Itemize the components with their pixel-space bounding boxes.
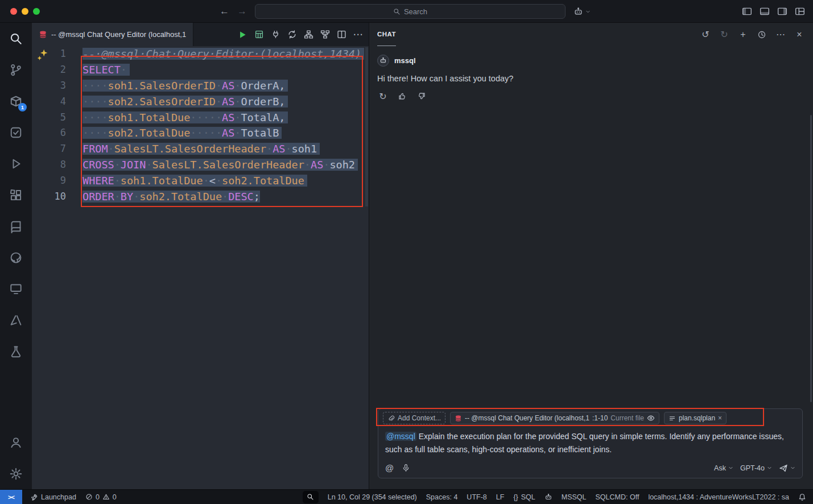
run-debug-icon[interactable] xyxy=(0,148,32,179)
code-line[interactable]: --·@mssql·Chat·Query·Editor·(localhost,1… xyxy=(82,46,369,62)
chat-input-text[interactable]: @mssql Explain the execution plan for th… xyxy=(378,427,802,456)
redo-chat-icon[interactable]: ↻ xyxy=(719,29,730,40)
cursor-position-item[interactable]: Ln 10, Col 29 (354 selected) xyxy=(328,493,417,501)
settings-gear-icon[interactable] xyxy=(0,458,32,489)
model-picker[interactable]: GPT-4o xyxy=(740,464,772,472)
mssql-database-icon xyxy=(39,30,47,39)
remote-explorer-icon[interactable] xyxy=(0,273,32,304)
launchpad-item[interactable]: Launchpad xyxy=(30,493,76,501)
connection-status-item[interactable]: localhost,1434 : AdventureWorksLT2022 : … xyxy=(648,493,789,501)
code-editor[interactable]: 12345678910 --·@mssql·Chat·Query·Editor·… xyxy=(32,46,369,489)
docs-book-icon[interactable] xyxy=(0,210,32,242)
notifications-bell-icon[interactable] xyxy=(798,493,806,501)
extensions-icon[interactable] xyxy=(0,179,32,210)
chat-input-box[interactable]: Add Context... -- @mssql Chat Query Edit… xyxy=(378,408,803,478)
line-number[interactable]: 2 xyxy=(32,62,66,78)
remote-indicator[interactable]: >< xyxy=(0,490,22,504)
thumbs-up-icon[interactable] xyxy=(397,90,408,102)
github-icon[interactable] xyxy=(0,242,32,273)
estimated-plan-button[interactable] xyxy=(319,28,331,41)
minimize-window-button[interactable] xyxy=(22,8,28,15)
line-number[interactable]: 4 xyxy=(32,94,66,110)
code-line[interactable]: ····soh2.TotalDue·····AS·TotalB xyxy=(82,125,369,141)
problems-item[interactable]: 0 0 xyxy=(85,493,117,501)
query-plan-button[interactable] xyxy=(302,28,315,41)
chat-history-icon[interactable] xyxy=(756,29,767,40)
line-number[interactable]: 1 xyxy=(32,46,66,62)
split-editor-button[interactable] xyxy=(335,28,348,41)
tasks-check-icon[interactable] xyxy=(0,117,32,148)
line-number[interactable]: 8 xyxy=(32,157,66,173)
message-text: Hi there! How can I assist you today? xyxy=(377,74,804,83)
code-line[interactable]: FROM·SalesLT.SalesOrderHeader·AS·soh1 xyxy=(82,141,369,157)
undo-chat-icon[interactable]: ↺ xyxy=(700,29,711,40)
search-view-icon[interactable] xyxy=(0,23,32,54)
regenerate-icon[interactable]: ↻ xyxy=(377,90,389,102)
mic-icon[interactable] xyxy=(402,464,410,472)
code-line[interactable]: CROSS·JOIN·SalesLT.SalesOrderHeader·AS·s… xyxy=(82,157,369,173)
sqlcmd-status-item[interactable]: SQLCMD: Off xyxy=(596,493,639,501)
code-line[interactable]: ····soh1.TotalDue·····AS·TotalA, xyxy=(82,110,369,126)
open-results-grid-button[interactable] xyxy=(253,28,265,41)
window-controls xyxy=(10,8,40,15)
close-window-button[interactable] xyxy=(10,8,17,15)
context-attachments: Add Context... -- @mssql Chat Query Edit… xyxy=(378,409,802,427)
indentation-item[interactable]: Spaces: 4 xyxy=(426,493,458,501)
line-number[interactable]: 5 xyxy=(32,110,66,126)
mssql-mention[interactable]: @mssql xyxy=(385,432,416,441)
editor-tab[interactable]: -- @mssql Chat Query Editor (localhost,1 xyxy=(32,23,193,46)
encoding-item[interactable]: UTF-8 xyxy=(467,493,486,501)
more-actions-icon[interactable]: ⋯ xyxy=(352,28,364,41)
title-bar: ← → Search xyxy=(0,0,813,23)
account-icon[interactable] xyxy=(0,427,32,458)
chat-scrollbar[interactable] xyxy=(810,115,812,402)
run-query-button[interactable] xyxy=(236,28,249,41)
close-chat-icon[interactable]: × xyxy=(794,29,805,40)
customize-layout-icon[interactable] xyxy=(795,6,805,16)
current-file-chip[interactable]: -- @mssql Chat Query Editor (localhost,1… xyxy=(450,412,659,424)
eol-item[interactable]: LF xyxy=(496,493,505,501)
plan-file-chip[interactable]: plan.sqlplan × xyxy=(664,412,727,424)
line-number[interactable]: 10 xyxy=(32,189,66,205)
connect-plug-button[interactable] xyxy=(269,28,282,41)
azure-icon[interactable] xyxy=(0,304,32,336)
package-explorer-icon[interactable]: 1 xyxy=(0,85,32,117)
remove-chip-icon[interactable]: × xyxy=(718,414,722,422)
code-line[interactable]: ORDER·BY·soh2.TotalDue·DESC; xyxy=(82,189,369,205)
code-line[interactable]: ····soh1.SalesOrderID·AS·OrderA, xyxy=(82,78,369,94)
source-control-icon[interactable] xyxy=(0,54,32,85)
copilot-status-icon[interactable] xyxy=(544,493,552,501)
change-connection-button[interactable] xyxy=(286,28,298,41)
navigate-back-icon[interactable]: ← xyxy=(220,6,229,17)
editor-group: -- @mssql Chat Query Editor (localhost,1 xyxy=(32,23,369,489)
toggle-panel-icon[interactable] xyxy=(760,6,770,16)
thumbs-down-icon[interactable] xyxy=(416,90,427,102)
chat-mode-picker[interactable]: Ask xyxy=(714,464,733,472)
mention-icon[interactable]: @ xyxy=(385,463,394,473)
code-line[interactable]: SELECT· xyxy=(82,62,369,78)
add-context-button[interactable]: Add Context... xyxy=(383,412,445,424)
line-number[interactable]: 3 xyxy=(32,78,66,94)
zoom-window-button[interactable] xyxy=(33,8,40,15)
copilot-menu-button[interactable] xyxy=(573,5,591,18)
chat-more-icon[interactable]: ⋯ xyxy=(775,29,786,40)
language-mode-item[interactable]: {} SQL xyxy=(513,493,535,501)
mssql-flask-icon[interactable] xyxy=(0,336,32,367)
command-center-search[interactable]: Search xyxy=(255,4,566,19)
search-icon xyxy=(393,8,401,15)
code-line[interactable]: WHERE·soh1.TotalDue·<·soh2.TotalDue xyxy=(82,173,369,189)
line-number[interactable]: 9 xyxy=(32,173,66,189)
line-number[interactable]: 6 xyxy=(32,125,66,141)
navigate-forward-icon[interactable]: → xyxy=(237,6,247,17)
warning-icon xyxy=(102,493,110,501)
mssql-status-item[interactable]: MSSQL xyxy=(562,493,587,501)
send-button[interactable] xyxy=(779,464,795,473)
code-line[interactable]: ····soh2.SalesOrderID·AS·OrderB, xyxy=(82,94,369,110)
new-chat-icon[interactable]: + xyxy=(737,29,749,40)
file-lines-icon xyxy=(668,415,676,422)
toggle-secondary-sidebar-icon[interactable] xyxy=(777,6,787,16)
activity-badge: 1 xyxy=(18,103,27,111)
line-number[interactable]: 7 xyxy=(32,141,66,157)
eye-icon[interactable] xyxy=(647,414,655,422)
toggle-sidebar-icon[interactable] xyxy=(742,6,752,16)
